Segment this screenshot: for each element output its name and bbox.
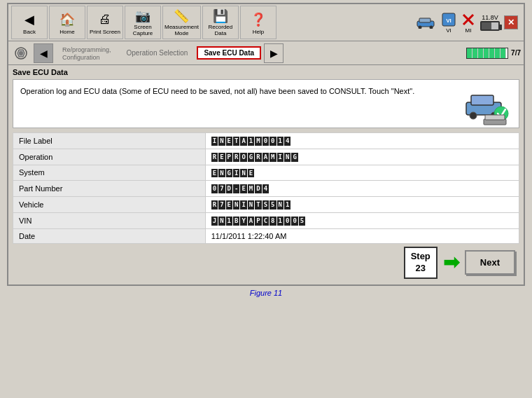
car-status — [414, 16, 437, 29]
config-icon — [11, 43, 31, 63]
screen-capture-button[interactable]: 📷 ScreenCapture — [125, 6, 161, 39]
app-container: ◀ Back 🏠 Home 🖨 Print Screen 📷 ScreenCap… — [0, 0, 532, 398]
svg-rect-1 — [419, 18, 430, 22]
table-row: VINJN1BYAPC81005 — [13, 212, 519, 228]
breadcrumb-back-button[interactable]: ◀ — [34, 43, 53, 63]
table-cell-value: INETA1M0014 — [205, 133, 519, 149]
svg-point-12 — [470, 112, 477, 119]
breadcrumb-step1: Re/programming, Configuration — [56, 43, 118, 63]
next-button[interactable]: Next — [465, 250, 515, 275]
table-row: SystemENGINE — [13, 165, 519, 181]
back-icon: ◀ — [20, 10, 39, 29]
progress-text: 7/7 — [511, 49, 521, 57]
breadcrumb-forward-button[interactable]: ▶ — [264, 43, 284, 63]
recorded-data-label: RecordedData — [209, 25, 233, 37]
recorded-data-button[interactable]: 💾 RecordedData — [202, 6, 239, 39]
measurement-label: MeasurementMode — [164, 25, 199, 37]
screen-capture-label: ScreenCapture — [133, 25, 153, 37]
svg-rect-11 — [471, 95, 493, 105]
x-icon — [461, 12, 476, 27]
figure-caption: Figure 11 — [250, 289, 282, 297]
close-button[interactable]: ✕ — [504, 15, 518, 29]
table-row: File LabelINETA1M0014 — [13, 133, 519, 149]
car-with-laptop-icon — [463, 87, 512, 125]
back-label: Back — [23, 29, 36, 36]
table-cell-label: Operation — [13, 149, 206, 165]
help-button[interactable]: ❓ Help — [240, 6, 276, 39]
arrow-icon: ➡ — [443, 251, 459, 274]
car-graphic — [463, 87, 512, 125]
table-cell-value: 07D-EMD4 — [205, 181, 519, 197]
table-row: Date11/1/2011 1:22:40 AM — [13, 228, 519, 243]
table-cell-label: VIN — [13, 212, 206, 228]
data-table: File LabelINETA1M0014OperationREPROGRAMI… — [13, 132, 519, 244]
print-screen-icon: 🖨 — [95, 10, 115, 29]
main-window: ◀ Back 🏠 Home 🖨 Print Screen 📷 ScreenCap… — [7, 3, 525, 286]
breadcrumb-bar: ◀ Re/programming, Configuration Operatio… — [8, 41, 524, 65]
vi-icon: VI — [441, 12, 456, 27]
car-icon — [414, 16, 437, 29]
battery-icon — [480, 21, 500, 31]
message-text: Operation log and ECU data (Some of ECU … — [20, 85, 449, 97]
home-icon: 🏠 — [57, 10, 77, 29]
table-row: VehicleR7ENINTS5N1 — [13, 197, 519, 213]
content-area: Save ECU Data Operation log and ECU data… — [8, 65, 524, 284]
table-cell-value: ENGINE — [205, 165, 519, 181]
step-annotation: Step 23 — [404, 247, 438, 279]
vi-status: VI VI — [441, 12, 456, 34]
measurement-icon: 📏 — [172, 8, 191, 25]
home-label: Home — [59, 29, 74, 36]
table-row: OperationREPROGRAMING — [13, 149, 519, 165]
status-area: VI VI MI 11.8V — [412, 12, 521, 34]
screen-capture-icon: 📷 — [133, 8, 153, 25]
recorded-data-icon: 💾 — [211, 8, 230, 25]
svg-point-9 — [19, 51, 23, 55]
print-screen-button[interactable]: 🖨 Print Screen — [87, 6, 123, 39]
back-button[interactable]: ◀ Back — [11, 6, 48, 39]
help-label: Help — [253, 29, 264, 36]
table-cell-label: Vehicle — [13, 197, 206, 213]
table-cell-label: Date — [13, 228, 206, 243]
progress-bar — [466, 48, 508, 59]
table-cell-value: 11/1/2011 1:22:40 AM — [205, 228, 519, 243]
svg-rect-16 — [485, 115, 505, 120]
table-cell-label: Part Number — [13, 181, 206, 197]
help-icon: ❓ — [248, 10, 268, 29]
section-title: Save ECU Data — [13, 68, 519, 76]
table-cell-label: System — [13, 165, 206, 181]
table-cell-value: REPROGRAMING — [205, 149, 519, 165]
home-button[interactable]: 🏠 Home — [49, 6, 85, 39]
measurement-mode-button[interactable]: 📏 MeasurementMode — [162, 6, 201, 39]
svg-text:VI: VI — [446, 18, 451, 24]
table-row: Part Number07D-EMD4 — [13, 181, 519, 197]
breadcrumb-step3: Save ECU Data — [197, 46, 261, 60]
progress-area: 7/7 — [466, 48, 521, 59]
reprogramming-icon — [13, 46, 29, 61]
bottom-action-area: Step 23 ➡ Next — [13, 244, 519, 282]
toolbar: ◀ Back 🏠 Home 🖨 Print Screen 📷 ScreenCap… — [8, 4, 524, 41]
table-cell-value: JN1BYAPC81005 — [205, 212, 519, 228]
battery-status: 11.8V — [480, 14, 500, 31]
table-cell-value: R7ENINTS5N1 — [205, 197, 519, 213]
message-box: Operation log and ECU data (Some of ECU … — [13, 79, 519, 128]
table-cell-label: File Label — [13, 133, 206, 149]
breadcrumb-step2: Operation Selection — [120, 47, 195, 59]
mi-status: MI — [461, 12, 476, 34]
print-screen-label: Print Screen — [90, 29, 120, 36]
